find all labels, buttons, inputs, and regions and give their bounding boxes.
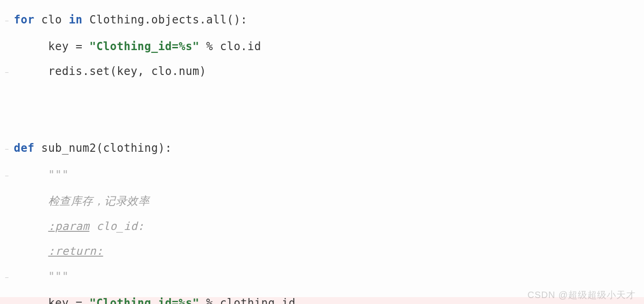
kw-for: for (14, 13, 34, 26)
kw-in: in (69, 13, 83, 26)
fn-name: sub_num2 (41, 142, 97, 155)
assign-key1-rhs: % clo.id (199, 40, 262, 53)
doc-param-name: clo_id: (89, 220, 144, 233)
redis-set: redis.set(key, clo.num) (48, 65, 206, 78)
doc-param-tag: :param (48, 220, 90, 233)
expr-all: Clothing.objects.all(): (89, 13, 247, 26)
doc-return-tag: :return: (48, 245, 103, 258)
assign-key2-rhs: % clothing.id (199, 297, 296, 304)
str-clothing-id2: "Clothing_id=%s" (89, 297, 199, 304)
assign-key1-lhs: key = (48, 40, 90, 53)
str-clothing-id1: "Clothing_id=%s" (89, 40, 199, 53)
id-clo: clo (41, 13, 62, 26)
assign-key2-lhs: key = (48, 297, 90, 304)
docstring-open: """ (48, 168, 69, 181)
doc-summary: 检查库存，记录效率 (48, 195, 150, 207)
code-block: for clo in Clothing.objects.all(): key =… (0, 14, 644, 304)
kw-def: def (14, 142, 34, 155)
docstring-close: """ (48, 270, 69, 283)
fn-sig: (clothing): (96, 142, 171, 155)
